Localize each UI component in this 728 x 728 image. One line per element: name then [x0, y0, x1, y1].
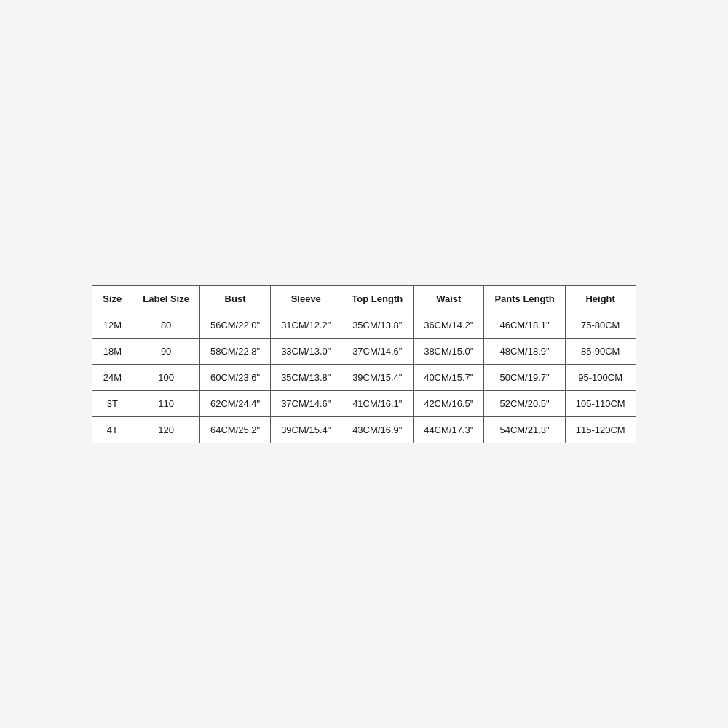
table-cell: 38CM/15.0"	[414, 338, 484, 364]
table-cell: 37CM/14.6"	[271, 390, 341, 416]
table-cell: 39CM/15.4"	[341, 364, 414, 390]
table-cell: 56CM/22.0"	[199, 312, 270, 338]
table-cell: 60CM/23.6"	[199, 364, 270, 390]
table-cell: 4T	[92, 416, 132, 443]
table-cell: 48CM/18.9"	[484, 338, 565, 364]
column-header: Height	[565, 285, 636, 312]
table-cell: 35CM/13.8"	[271, 364, 341, 390]
size-chart-wrapper: SizeLabel SizeBustSleeveTop LengthWaistP…	[92, 285, 636, 443]
table-cell: 12M	[92, 312, 132, 338]
column-header: Size	[92, 285, 132, 312]
column-header: Top Length	[341, 285, 414, 312]
table-cell: 41CM/16.1"	[341, 390, 414, 416]
table-cell: 95-100CM	[565, 364, 636, 390]
table-cell: 85-90CM	[565, 338, 636, 364]
table-row: 24M10060CM/23.6"35CM/13.8"39CM/15.4"40CM…	[92, 364, 636, 390]
column-header: Waist	[414, 285, 484, 312]
table-cell: 42CM/16.5"	[414, 390, 484, 416]
table-cell: 36CM/14.2"	[414, 312, 484, 338]
table-row: 4T12064CM/25.2"39CM/15.4"43CM/16.9"44CM/…	[92, 416, 636, 443]
table-row: 18M9058CM/22.8"33CM/13.0"37CM/14.6"38CM/…	[92, 338, 636, 364]
table-cell: 52CM/20.5"	[484, 390, 565, 416]
column-header: Bust	[199, 285, 270, 312]
table-cell: 120	[132, 416, 200, 443]
table-cell: 43CM/16.9"	[341, 416, 414, 443]
table-cell: 40CM/15.7"	[414, 364, 484, 390]
table-cell: 100	[132, 364, 200, 390]
table-cell: 39CM/15.4"	[271, 416, 341, 443]
table-body: 12M8056CM/22.0"31CM/12.2"35CM/13.8"36CM/…	[92, 312, 636, 443]
column-header: Pants Length	[484, 285, 565, 312]
page-container: SizeLabel SizeBustSleeveTop LengthWaistP…	[0, 0, 728, 728]
table-cell: 64CM/25.2"	[199, 416, 270, 443]
table-cell: 44CM/17.3"	[414, 416, 484, 443]
table-cell: 3T	[92, 390, 132, 416]
table-cell: 110	[132, 390, 200, 416]
table-cell: 80	[132, 312, 200, 338]
table-header-row: SizeLabel SizeBustSleeveTop LengthWaistP…	[92, 285, 636, 312]
table-cell: 37CM/14.6"	[341, 338, 414, 364]
table-cell: 75-80CM	[565, 312, 636, 338]
table-cell: 115-120CM	[565, 416, 636, 443]
table-cell: 18M	[92, 338, 132, 364]
table-cell: 54CM/21.3"	[484, 416, 565, 443]
table-cell: 50CM/19.7"	[484, 364, 565, 390]
table-cell: 24M	[92, 364, 132, 390]
table-cell: 35CM/13.8"	[341, 312, 414, 338]
column-header: Label Size	[132, 285, 200, 312]
table-cell: 90	[132, 338, 200, 364]
table-cell: 105-110CM	[565, 390, 636, 416]
column-header: Sleeve	[271, 285, 341, 312]
size-chart-table: SizeLabel SizeBustSleeveTop LengthWaistP…	[92, 285, 636, 443]
table-cell: 58CM/22.8"	[199, 338, 270, 364]
table-cell: 46CM/18.1"	[484, 312, 565, 338]
table-row: 3T11062CM/24.4"37CM/14.6"41CM/16.1"42CM/…	[92, 390, 636, 416]
table-cell: 62CM/24.4"	[199, 390, 270, 416]
table-cell: 33CM/13.0"	[271, 338, 341, 364]
table-row: 12M8056CM/22.0"31CM/12.2"35CM/13.8"36CM/…	[92, 312, 636, 338]
table-cell: 31CM/12.2"	[271, 312, 341, 338]
